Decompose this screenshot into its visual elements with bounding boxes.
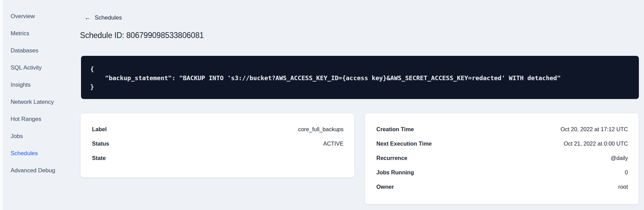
detail-row-label: Owner (376, 184, 394, 190)
sidebar-item-hot-ranges[interactable]: Hot Ranges (11, 111, 76, 128)
sidebar-item-label: Hot Ranges (11, 116, 41, 123)
arrow-left-icon: ← (84, 14, 91, 21)
sidebar-item-sql-activity[interactable]: SQL Activity (11, 59, 76, 76)
sidebar-item-overview[interactable]: Overview (11, 8, 76, 25)
detail-row-label: Status (92, 140, 109, 147)
sidebar-item-label: Databases (11, 47, 38, 54)
detail-row-value: Oct 20, 2022 at 17:12 UTC (561, 126, 628, 133)
sidebar-item-label: Jobs (11, 133, 23, 140)
sidebar-item-label: Advanced Debug (11, 167, 55, 174)
detail-row: Next Execution Time Oct 21, 2022 at 0:00… (376, 136, 628, 151)
detail-row: State (92, 151, 344, 165)
detail-row: Label core_full_backups (92, 122, 344, 136)
page-title: Schedule ID: 806799098533806081 (80, 31, 204, 40)
sidebar-item-metrics[interactable]: Metrics (11, 25, 76, 42)
sidebar-item-label: Network Latency (11, 99, 54, 106)
sidebar-item-databases[interactable]: Databases (11, 42, 76, 59)
detail-row-value: @daily (611, 155, 628, 161)
detail-row-label: State (92, 155, 106, 161)
sidebar-item-label: Overview (11, 13, 35, 20)
back-link-label: Schedules (95, 14, 122, 21)
detail-row-label: Next Execution Time (376, 140, 432, 147)
detail-row: Creation Time Oct 20, 2022 at 17:12 UTC (376, 122, 628, 136)
sidebar-item-label: SQL Activity (11, 64, 42, 71)
schedule-definition-code: { "backup_statement": "BACKUP INTO 's3:/… (81, 56, 639, 99)
schedule-details-card: Label core_full_backups Status ACTIVE St… (80, 113, 354, 177)
sidebar-item-network-latency[interactable]: Network Latency (11, 94, 76, 111)
sidebar-item-insights[interactable]: Insights (11, 76, 76, 94)
sidebar-nav: Overview Metrics Databases SQL Activity … (11, 8, 76, 179)
detail-row: Jobs Running 0 (376, 165, 628, 180)
detail-row: Owner root (376, 180, 628, 194)
sidebar-item-label: Schedules (11, 150, 38, 157)
sidebar-item-label: Insights (11, 82, 31, 88)
schedule-timing-card: Creation Time Oct 20, 2022 at 17:12 UTC … (365, 113, 639, 204)
detail-row-label: Jobs Running (376, 169, 414, 176)
back-link-schedules[interactable]: ← Schedules (84, 14, 122, 21)
detail-row-value: root (618, 184, 628, 190)
detail-row: Recurrence @daily (376, 151, 628, 165)
detail-row-value: core_full_backups (298, 126, 344, 133)
left-scroll-strip (0, 0, 3, 210)
detail-row-label: Recurrence (376, 155, 407, 161)
sidebar-item-advanced-debug[interactable]: Advanced Debug (11, 162, 76, 179)
sidebar-item-jobs[interactable]: Jobs (11, 128, 76, 145)
detail-row-value: Oct 21, 2022 at 0:00 UTC (564, 140, 628, 147)
sidebar-item-schedules[interactable]: Schedules (11, 145, 76, 162)
detail-row-label: Label (92, 126, 107, 133)
detail-row: Status ACTIVE (92, 136, 344, 151)
detail-row-label: Creation Time (376, 126, 414, 133)
sidebar-item-label: Metrics (11, 30, 29, 37)
detail-row-value: 0 (625, 169, 628, 176)
detail-row-value: ACTIVE (323, 140, 344, 147)
